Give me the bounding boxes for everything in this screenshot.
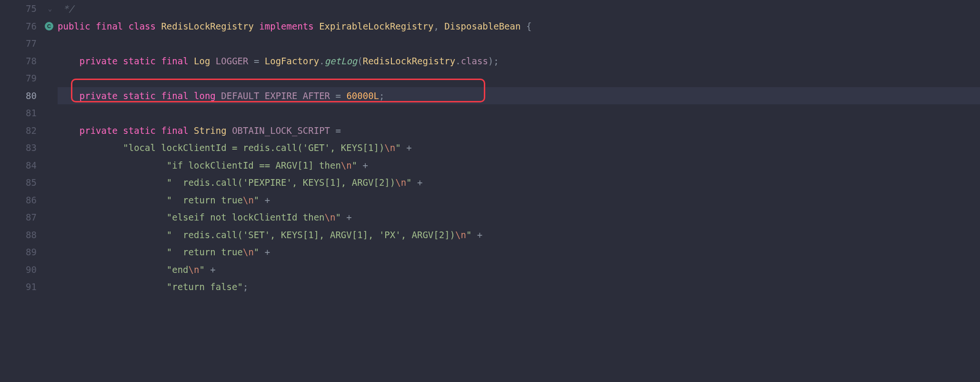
fold-icon[interactable]: ⌄ <box>48 0 52 18</box>
code-line[interactable]: " redis.call('PEXPIRE', KEYS[1], ARGV[2]… <box>58 174 980 191</box>
code-line[interactable]: "elseif not lockClientId then\n" + <box>58 209 980 226</box>
code-line[interactable]: " return true\n" + <box>58 243 980 261</box>
code-line[interactable]: "local lockClientId = redis.call('GET', … <box>58 139 980 157</box>
line-number: 83 <box>0 139 37 157</box>
line-number: 76 <box>0 18 37 35</box>
code-line[interactable] <box>58 104 980 122</box>
line-number: 84 <box>0 157 37 174</box>
line-number: 86 <box>0 191 37 209</box>
code-line[interactable]: public final class RedisLockRegistry imp… <box>58 18 980 35</box>
line-number: 79 <box>0 70 37 87</box>
line-number: 90 <box>0 261 37 279</box>
code-line[interactable]: */ <box>58 0 980 18</box>
code-line[interactable]: " return true\n" + <box>58 191 980 209</box>
line-number-gutter: 75 76 77 78 79 80 81 82 83 84 85 86 87 8… <box>0 0 45 382</box>
code-line[interactable]: " redis.call('SET', KEYS[1], ARGV[1], 'P… <box>58 226 980 244</box>
code-line[interactable]: private static final Log LOGGER = LogFac… <box>58 52 980 70</box>
line-number: 81 <box>0 104 37 122</box>
class-icon[interactable]: C <box>45 22 53 30</box>
code-line[interactable] <box>58 70 980 87</box>
gutter-icons: ⌄ C <box>45 0 58 382</box>
line-number: 77 <box>0 35 37 52</box>
line-number: 91 <box>0 278 37 296</box>
code-line[interactable]: "return false"; <box>58 278 980 296</box>
line-number: 78 <box>0 52 37 70</box>
line-number: 82 <box>0 122 37 140</box>
line-number: 75 <box>0 0 37 18</box>
line-number: 88 <box>0 226 37 244</box>
code-line[interactable]: "end\n" + <box>58 261 980 279</box>
line-number: 85 <box>0 174 37 191</box>
code-line[interactable]: "if lockClientId == ARGV[1] then\n" + <box>58 157 980 174</box>
code-line-highlighted[interactable]: private static final long DEFAULT_EXPIRE… <box>58 87 980 105</box>
line-number: 87 <box>0 209 37 226</box>
code-line[interactable] <box>58 35 980 52</box>
line-number: 80 <box>0 87 37 105</box>
code-editor[interactable]: 75 76 77 78 79 80 81 82 83 84 85 86 87 8… <box>0 0 980 382</box>
line-number: 89 <box>0 243 37 261</box>
code-content[interactable]: */ public final class RedisLockRegistry … <box>58 0 980 382</box>
code-line[interactable]: private static final String OBTAIN_LOCK_… <box>58 122 980 140</box>
